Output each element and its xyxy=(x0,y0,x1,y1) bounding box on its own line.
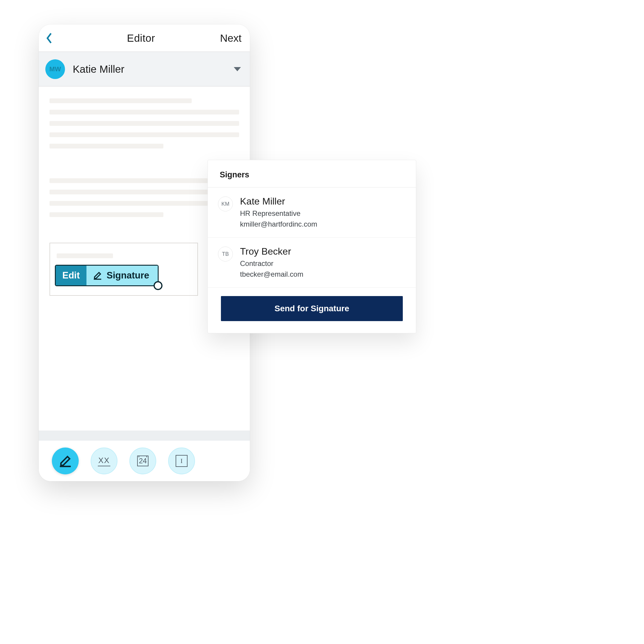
placeholder-line xyxy=(49,110,239,114)
avatar: KM xyxy=(218,196,233,211)
chevron-left-icon xyxy=(45,32,53,44)
editor-header: Editor Next xyxy=(39,24,250,52)
signer-email: kmiller@hartfordinc.com xyxy=(240,220,317,228)
placeholder-line xyxy=(49,212,163,217)
placeholder-line xyxy=(49,121,239,126)
next-button[interactable]: Next xyxy=(220,32,241,44)
signer-name: Kate Miller xyxy=(240,196,317,207)
page-title: Editor xyxy=(127,32,155,44)
placeholder-line xyxy=(49,98,192,103)
divider-band xyxy=(39,431,250,441)
tool-date[interactable]: 24 xyxy=(129,448,156,474)
signers-panel: Signers KM Kate Miller HR Representative… xyxy=(208,160,416,333)
pencil-icon xyxy=(93,271,102,280)
recipient-name: Katie Miller xyxy=(73,63,234,75)
signer-role: HR Representative xyxy=(240,209,317,218)
signer-row[interactable]: TB Troy Becker Contractor tbecker@email.… xyxy=(208,238,416,288)
resize-handle[interactable] xyxy=(154,281,162,290)
signature-field-chip[interactable]: Edit Signature xyxy=(55,265,159,286)
edit-field-button[interactable]: Edit xyxy=(56,266,86,285)
placeholder-line xyxy=(49,144,163,148)
tool-initials[interactable]: XX xyxy=(91,448,117,474)
send-for-signature-button[interactable]: Send for Signature xyxy=(221,296,403,321)
placeholder-line xyxy=(49,132,239,137)
tool-signature[interactable] xyxy=(52,448,79,474)
signature-field-region[interactable]: Edit Signature xyxy=(49,243,198,296)
back-button[interactable] xyxy=(45,32,62,44)
initials-icon: XX xyxy=(98,456,111,466)
chevron-down-icon xyxy=(234,67,241,71)
calendar-icon: 24 xyxy=(137,456,149,466)
signer-email: tbecker@email.com xyxy=(240,270,303,278)
signature-field-label[interactable]: Signature xyxy=(86,266,158,285)
avatar: MW xyxy=(45,59,65,79)
avatar: TB xyxy=(218,247,233,261)
text-icon: I xyxy=(176,455,188,467)
signer-name: Troy Becker xyxy=(240,246,303,257)
signers-title: Signers xyxy=(208,160,416,188)
recipient-selector[interactable]: MW Katie Miller xyxy=(39,52,250,86)
tool-text[interactable]: I xyxy=(168,448,195,474)
signer-row[interactable]: KM Kate Miller HR Representative kmiller… xyxy=(208,188,416,238)
field-toolbar: XX 24 I xyxy=(39,441,250,481)
pencil-icon xyxy=(59,454,72,467)
placeholder-line xyxy=(57,253,113,258)
signer-role: Contractor xyxy=(240,259,303,268)
